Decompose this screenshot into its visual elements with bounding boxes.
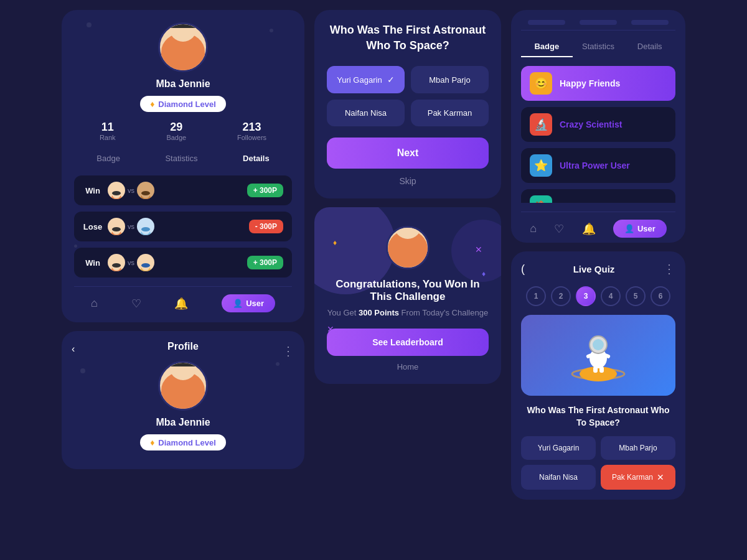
tab-statistics[interactable]: Statistics <box>160 151 202 166</box>
avatar-head-2 <box>169 361 197 380</box>
deco-dot <box>74 245 77 248</box>
home-icon[interactable]: ⌂ <box>91 297 98 310</box>
badge-tab-badge[interactable]: Badge <box>521 37 573 57</box>
answer-text: Naifan Nisa <box>345 108 387 118</box>
deco-dot <box>80 368 85 373</box>
match-avatars-2: vs <box>108 218 244 235</box>
lq-back-button[interactable]: ( <box>521 263 525 276</box>
badge-icon-happy: 😊 <box>530 72 552 95</box>
lq-answer-pak[interactable]: Pak Karman ✕ <box>601 465 675 490</box>
avatar-hair-2 <box>169 361 197 366</box>
deco-x-1: ✕ <box>475 245 482 254</box>
astronaut-svg <box>561 321 636 390</box>
congrats-card: ♦ ♦ ✕ ✕ Congratulations, You Won In This… <box>314 207 501 384</box>
lq-answer-naifan[interactable]: Naifan Nisa <box>521 465 596 490</box>
badge-name-happy: Happy Friends <box>560 78 620 88</box>
badge-name-ultra: Ultra Power User <box>560 161 630 170</box>
tab-badge[interactable]: Badge <box>92 151 125 166</box>
congrats-points: 300 Points <box>359 308 399 317</box>
lq-answer-mbah[interactable]: Mbah Parjo <box>601 436 675 460</box>
badge-item-home: 🏠 Happy Friends <box>521 189 675 203</box>
svg-rect-2 <box>112 191 121 195</box>
deco-dot <box>87 22 92 27</box>
stat-followers-value: 213 <box>237 121 266 134</box>
badge-nav-bar: ⌂ ♡ 🔔 👤 User <box>521 212 675 238</box>
live-quiz-card: ( Live Quiz ⋮ 1 2 3 4 5 6 <box>511 251 685 500</box>
congrats-avatar <box>386 226 430 269</box>
lq-step-6[interactable]: 6 <box>651 286 670 306</box>
deco-diamond-2: ♦ <box>482 269 486 278</box>
stat-followers: 213 Followers <box>237 121 266 141</box>
lq-image <box>521 315 675 396</box>
match-avatars-3: vs <box>108 254 242 271</box>
user-btn-label-badge: User <box>637 224 655 233</box>
avatar-head <box>169 22 197 42</box>
tab-details[interactable]: Details <box>238 151 275 166</box>
user-nav-button[interactable]: 👤 User <box>222 294 275 312</box>
avatar-body-2 <box>161 371 205 409</box>
lq-step-2[interactable]: 2 <box>551 286 571 306</box>
congrats-post: From Today's Challenge <box>399 308 488 317</box>
badge-tab-stats[interactable]: Statistics <box>573 37 624 57</box>
home-link[interactable]: Home <box>327 362 489 371</box>
mini-avatar <box>137 254 154 271</box>
badge-tabs: Badge Statistics Details <box>521 37 675 57</box>
stat-followers-label: Followers <box>237 134 266 141</box>
congrats-title: Congratulations, You Won In This Challen… <box>327 278 489 303</box>
lq-more-button[interactable]: ⋮ <box>663 261 675 276</box>
avatar-2 <box>158 361 208 411</box>
lq-step-1[interactable]: 1 <box>526 286 546 306</box>
mini-avatar <box>108 254 125 271</box>
heart-icon-badge[interactable]: ♡ <box>554 222 564 236</box>
user-icon-badge: 👤 <box>624 224 634 233</box>
bell-icon-badge[interactable]: 🔔 <box>582 222 596 236</box>
diamond-badge-2: ♦ Diamond Level <box>140 434 226 450</box>
back-button[interactable]: ‹ <box>72 343 75 355</box>
stats-row: 11 Rank 29 Badge 213 Followers <box>74 121 292 141</box>
bell-icon[interactable]: 🔔 <box>174 297 188 310</box>
user-nav-button-badge[interactable]: 👤 User <box>613 220 667 238</box>
svg-rect-14 <box>112 263 121 268</box>
lq-answer-yuri[interactable]: Yuri Gagarin <box>521 436 596 460</box>
lq-step-3[interactable]: 3 <box>576 286 596 306</box>
answer-yuri[interactable]: Yuri Gagarin ✓ <box>327 66 405 93</box>
answer-text: Pak Karman <box>428 108 472 118</box>
more-options-button[interactable]: ⋮ <box>282 343 294 358</box>
lq-step-5[interactable]: 5 <box>626 286 646 306</box>
answer-mbah[interactable]: Mbah Parjo <box>411 66 489 93</box>
leaderboard-button[interactable]: See Leaderboard <box>327 329 489 356</box>
home-icon-badge[interactable]: ⌂ <box>530 222 537 235</box>
heart-icon[interactable]: ♡ <box>131 297 141 310</box>
badge-icon-crazy: 🔬 <box>530 113 552 136</box>
avatar-body <box>161 33 205 70</box>
stat-rank-value: 11 <box>100 121 116 134</box>
skip-link[interactable]: Skip <box>327 176 489 186</box>
match-row: Win vs + 300P <box>74 175 292 205</box>
svg-rect-25 <box>593 366 598 373</box>
points-badge: - 300P <box>249 220 283 233</box>
diamond-icon: ♦ <box>150 99 154 109</box>
live-quiz-header: ( Live Quiz ⋮ <box>521 261 675 276</box>
lq-step-4[interactable]: 4 <box>601 286 621 306</box>
quiz-question: Who Was The First Astronaut Who To Space… <box>327 22 489 54</box>
lq-title: Live Quiz <box>573 264 615 274</box>
match-row: Lose vs - 300P <box>74 212 292 241</box>
svg-rect-8 <box>112 227 121 231</box>
match-result-2: Lose <box>83 222 103 231</box>
answer-pak[interactable]: Pak Karman <box>411 100 489 126</box>
nav-pill <box>631 20 669 25</box>
avatar-hair <box>169 22 197 28</box>
match-result-3: Win <box>83 258 103 268</box>
nav-bar: ⌂ ♡ 🔔 👤 User <box>74 286 292 312</box>
points-badge: + 300P <box>247 184 283 197</box>
user-btn-label: User <box>246 299 264 308</box>
stat-badge: 29 Badge <box>166 121 186 141</box>
profile-card-bottom: ‹ Profile ⋮ Mba Jennie ♦ Diamond Level <box>62 331 304 469</box>
mini-avatar <box>137 182 154 199</box>
answer-naifan[interactable]: Naifan Nisa <box>327 100 405 126</box>
badge-item-ultra: ⭐ Ultra Power User <box>521 148 675 183</box>
badge-tab-details[interactable]: Details <box>624 37 675 57</box>
diamond-icon-2: ♦ <box>150 437 154 447</box>
next-button[interactable]: Next <box>327 138 489 169</box>
badge-list: 😊 Happy Friends 🔬 Crazy Scientist ⭐ Ultr… <box>521 66 675 203</box>
